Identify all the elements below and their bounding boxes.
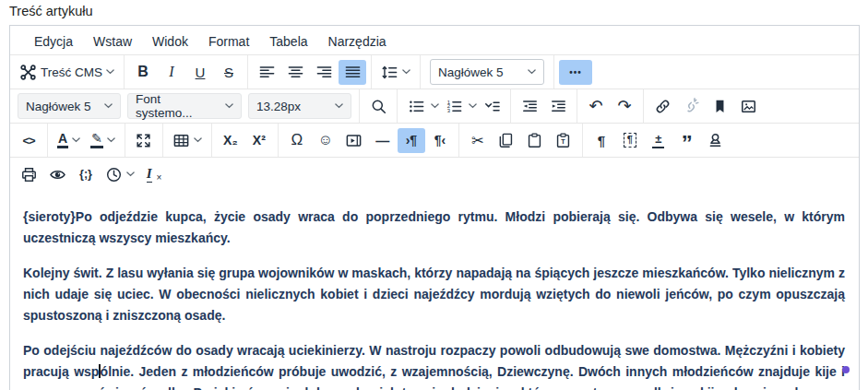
- font-size-select[interactable]: 13.28px: [248, 93, 351, 119]
- insert-media-button[interactable]: [340, 128, 368, 153]
- align-center-button[interactable]: [281, 60, 309, 85]
- toggle-list-button[interactable]: [478, 94, 505, 119]
- code-sample-button[interactable]: {;}: [72, 162, 100, 187]
- indent-button[interactable]: [544, 94, 572, 119]
- underline-button[interactable]: U: [186, 60, 214, 85]
- search-replace-button[interactable]: [364, 94, 392, 119]
- font-family-select[interactable]: Font systemo...: [127, 93, 242, 119]
- clear-formatting-button[interactable]: I×: [140, 162, 168, 187]
- menu-insert[interactable]: Wstaw: [84, 31, 141, 52]
- image-icon: [740, 98, 757, 115]
- stamp-icon: [707, 132, 724, 149]
- text-color-icon: A: [57, 132, 68, 148]
- editor-content-area[interactable]: {sieroty}Po odjeździe kupca, życie osady…: [10, 191, 859, 390]
- chevron-down-icon: [104, 103, 113, 109]
- visual-blocks-icon: ¶: [624, 133, 636, 148]
- toolbar-row-3: <> A ✎ X₂ X² Ω ☺: [10, 123, 859, 157]
- paste-button[interactable]: [521, 128, 549, 153]
- paragraph[interactable]: Po odejściu najeźdźców do osady wracają …: [23, 340, 845, 390]
- italic-button[interactable]: I: [158, 60, 185, 85]
- undo-button[interactable]: ↶: [582, 94, 610, 119]
- menu-table[interactable]: Tabela: [260, 31, 316, 52]
- anchor-stamp-button[interactable]: [702, 128, 730, 153]
- table-button[interactable]: [168, 128, 207, 153]
- anchor-bookmark-button[interactable]: [706, 94, 733, 119]
- paste-text-icon: [554, 132, 572, 149]
- blockquote-button[interactable]: ”: [673, 128, 701, 153]
- chevron-down-icon: [528, 69, 536, 75]
- bullet-list-icon: [408, 98, 425, 115]
- outdent-icon: [521, 98, 539, 115]
- more-toolbar-button[interactable]: •••: [559, 60, 592, 85]
- remove-link-button[interactable]: [677, 94, 705, 119]
- paragraph[interactable]: Kolejny świt. Z lasu wyłania się grupa w…: [23, 263, 845, 326]
- redo-button[interactable]: ↷: [611, 94, 638, 119]
- cut-button[interactable]: ✂: [464, 128, 492, 153]
- copy-button[interactable]: [493, 128, 520, 153]
- paste-icon: [526, 132, 543, 149]
- menu-tools[interactable]: Narzędzia: [319, 31, 396, 52]
- heading-style-value: Nagłówek 5: [26, 100, 91, 113]
- insert-datetime-button[interactable]: [101, 162, 139, 187]
- horizontal-rule-button[interactable]: —: [369, 128, 397, 153]
- emoticons-button[interactable]: ☺: [312, 128, 339, 153]
- strikethrough-button[interactable]: S: [215, 60, 243, 85]
- copy-icon: [497, 132, 515, 149]
- line-height-button[interactable]: [376, 60, 415, 85]
- bullet-list-button[interactable]: [402, 94, 430, 119]
- numbered-list-button[interactable]: [440, 94, 468, 119]
- align-right-icon: [315, 64, 333, 81]
- show-paragraph-marks-button[interactable]: ¶: [588, 128, 615, 153]
- source-code-button[interactable]: <>: [15, 128, 42, 153]
- text-color-button[interactable]: A: [53, 128, 85, 153]
- outdent-button[interactable]: [516, 94, 543, 119]
- chevron-down-icon[interactable]: [469, 103, 477, 109]
- fullscreen-button[interactable]: [130, 128, 158, 153]
- format-select-row1[interactable]: Nagłówek 5: [430, 59, 544, 85]
- chevron-down-icon: [72, 137, 80, 143]
- paste-as-text-button[interactable]: [550, 128, 577, 153]
- heading-style-select[interactable]: Nagłówek 5: [18, 93, 121, 119]
- align-justify-button[interactable]: [339, 60, 366, 85]
- highlight-color-button[interactable]: ✎: [86, 128, 120, 153]
- cms-content-dropdown-button[interactable]: Treść CMS: [15, 60, 119, 85]
- chevron-down-icon: [107, 137, 115, 143]
- superscript-button[interactable]: X²: [245, 128, 273, 153]
- subscript-button[interactable]: X₂: [217, 128, 244, 153]
- joomla-logo-icon: [19, 64, 37, 81]
- line-height-icon: [381, 64, 398, 81]
- print-button[interactable]: [15, 162, 42, 187]
- toolbar-row-1: Treść CMS B I U S Nagłówek 5: [10, 54, 859, 89]
- align-left-button[interactable]: [253, 60, 280, 85]
- page-title: Treść artykułu: [9, 4, 93, 18]
- preview-button[interactable]: [43, 162, 71, 187]
- align-right-button[interactable]: [310, 60, 338, 85]
- rtl-button[interactable]: ¶‹: [426, 128, 454, 153]
- font-size-value: 13.28px: [256, 100, 301, 113]
- chevron-down-icon: [106, 69, 114, 75]
- align-left-icon: [258, 64, 276, 81]
- media-icon: [345, 132, 363, 149]
- chevron-down-icon: [126, 171, 135, 177]
- page-break-icon: ±: [652, 132, 664, 148]
- toolbar-row-4: {;} I×: [10, 157, 859, 191]
- article-editor: Edycja Wstaw Widok Format Tabela Narzędz…: [9, 25, 860, 390]
- menu-format[interactable]: Format: [199, 31, 258, 52]
- table-icon: [172, 132, 190, 149]
- bookmark-icon: [711, 98, 729, 115]
- insert-image-button[interactable]: [734, 94, 762, 119]
- indent-icon: [550, 98, 567, 115]
- chevron-down-icon: [335, 103, 343, 109]
- chevron-down-icon[interactable]: [431, 103, 439, 109]
- search-icon: [370, 98, 387, 115]
- special-character-button[interactable]: Ω: [283, 128, 311, 153]
- ltr-button[interactable]: ›¶: [398, 128, 425, 153]
- menu-view[interactable]: Widok: [143, 31, 197, 52]
- unlink-icon: [683, 98, 700, 115]
- visual-blocks-button[interactable]: ¶: [616, 128, 644, 153]
- menu-edit[interactable]: Edycja: [25, 31, 82, 52]
- bold-button[interactable]: B: [129, 60, 157, 85]
- paragraph[interactable]: {sieroty}Po odjeździe kupca, życie osady…: [23, 207, 845, 249]
- insert-link-button[interactable]: [648, 94, 676, 119]
- page-break-button[interactable]: ±: [645, 128, 672, 153]
